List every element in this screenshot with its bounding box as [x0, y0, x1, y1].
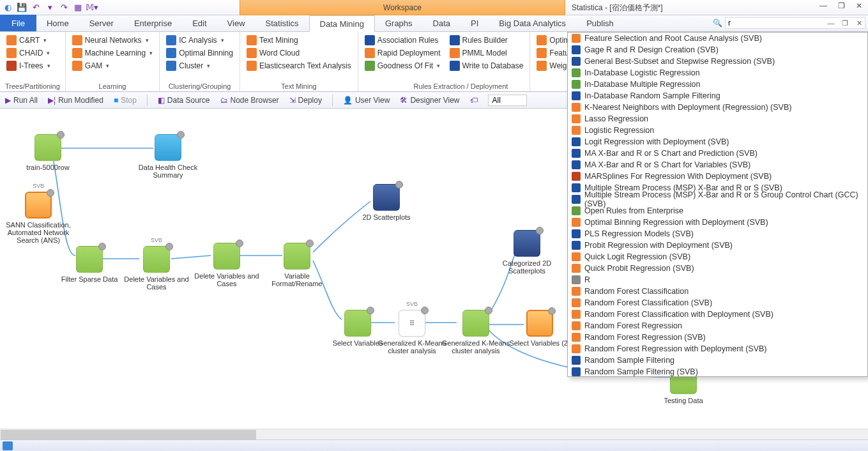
node-icon	[572, 45, 581, 54]
text-mining-button[interactable]: Text Mining	[245, 34, 353, 46]
node-kmeans-1[interactable]: SVB ⠿ Generalized K-Means cluster analys…	[377, 310, 447, 355]
goodness-of-fit-button[interactable]: Goodness Of Fit	[363, 60, 442, 72]
rapid-deployment-button[interactable]: Rapid Deployment	[363, 47, 442, 59]
dropdown-item[interactable]: General Best-Subset and Stepwise Regress…	[568, 56, 867, 67]
dropdown-item[interactable]: Feature Selection and Root Cause Analysi…	[568, 33, 867, 44]
dropdown-item[interactable]: Random Forest Regression (SVB)	[568, 332, 867, 343]
neural-networks-button[interactable]: Neural Networks	[71, 34, 154, 46]
undo-drop-icon[interactable]: ▾	[45, 3, 55, 13]
gam-button[interactable]: GAM	[71, 60, 154, 72]
run-modified-button[interactable]: ▶¦Run Modified	[48, 96, 103, 105]
search-results-dropdown[interactable]: Feature Selection and Root Cause Analysi…	[567, 32, 868, 377]
ic-analysis-button[interactable]: IC Analysis	[165, 34, 234, 46]
node-categorized-scatter[interactable]: Categorized 2D Scatterplots	[492, 230, 562, 275]
itrees-button[interactable]: I-Trees	[5, 60, 60, 72]
node-2d-scatter[interactable]: 2D Scatterplots	[351, 184, 422, 221]
tab-graphs[interactable]: Graphs	[375, 15, 423, 31]
tab-home[interactable]: Home	[36, 15, 79, 31]
tag-button[interactable]: 🏷	[470, 96, 478, 105]
data-source-button[interactable]: ◧Data Source	[158, 96, 210, 105]
dropdown-item[interactable]: Random Sample Filtering (SVB)	[568, 366, 867, 377]
stop-button[interactable]: ■Stop	[114, 96, 137, 105]
dropdown-item[interactable]: Random Sample Filtering	[568, 355, 867, 366]
doc-close-button[interactable]: ✕	[854, 19, 864, 27]
tab-edit[interactable]: Edit	[182, 15, 217, 31]
dropdown-item[interactable]: Gage R and R Design Creation (SVB)	[568, 44, 867, 56]
dropdown-item[interactable]: Random Forest Regression	[568, 320, 867, 332]
node-browser-button[interactable]: 🗂Node Browser	[220, 96, 279, 105]
tab-enterprise[interactable]: Enterprise	[124, 15, 182, 31]
tab-server[interactable]: Server	[79, 15, 124, 31]
node-kmeans-2[interactable]: Generalized K-Means cluster analysis	[441, 310, 511, 355]
restore-button[interactable]: ❐	[835, 1, 848, 10]
dropdown-item[interactable]: R	[568, 274, 867, 286]
dropdown-item[interactable]: PLS Regression Models (SVB)	[568, 228, 867, 240]
node-select-vars-2[interactable]: Select Variables (2)	[505, 310, 575, 347]
dropdown-item[interactable]: In-Database Random Sample Filtering	[568, 90, 867, 102]
tab-data-mining[interactable]: Data Mining	[309, 15, 375, 32]
cluster-button[interactable]: Cluster	[165, 60, 234, 72]
dropdown-item[interactable]: Multiple Stream Process (MSP) X-Bar and …	[568, 194, 867, 205]
node-delete-vars-2[interactable]: Delete Variables and Cases	[192, 243, 262, 287]
dropdown-item[interactable]: MA X-Bar and R or S Chart for Variables …	[568, 159, 867, 171]
doc-restore-button[interactable]: ❐	[840, 19, 850, 27]
app-icon[interactable]: ◐	[3, 3, 13, 13]
node-var-format[interactable]: Variable Format/Rename	[262, 243, 332, 287]
node-data-health-check[interactable]: Data Health Check Summary	[133, 134, 203, 179]
minimize-button[interactable]: —	[817, 1, 830, 10]
dropdown-item[interactable]: Random Forest Classification	[568, 286, 867, 297]
association-rules-button[interactable]: Association Rules	[363, 34, 442, 46]
dropdown-item[interactable]: K-Nearest Neighbors with Deployment (Reg…	[568, 102, 867, 113]
word-cloud-button[interactable]: Word Cloud	[245, 47, 353, 59]
dropdown-item[interactable]: MARSplines For Regression With Deploymen…	[568, 171, 867, 182]
user-view-button[interactable]: 👤User View	[343, 96, 390, 105]
dropdown-item[interactable]: Logit Regression with Deployment (SVB)	[568, 136, 867, 148]
statistica-icon[interactable]	[3, 441, 13, 450]
customize-icon[interactable]: ▦	[73, 3, 83, 13]
elasticsearch-button[interactable]: Elasticsearch Text Analysis	[245, 60, 353, 72]
tab-bigdata[interactable]: Big Data Analytics	[489, 15, 576, 31]
undo-icon[interactable]: ↶	[31, 3, 41, 13]
cart-button[interactable]: C&RT	[5, 34, 60, 46]
dropdown-item[interactable]: Random Forest Regression with Deployment…	[568, 343, 867, 355]
doc-minimize-button[interactable]: —	[826, 19, 836, 27]
dropdown-item[interactable]: MA X-Bar and R or S Chart and Prediction…	[568, 148, 867, 159]
pmml-model-button[interactable]: PMML Model	[448, 47, 525, 59]
filter-combo[interactable]: All	[488, 95, 527, 106]
dropdown-item[interactable]: Quick Logit Regression (SVB)	[568, 251, 867, 263]
dropdown-item[interactable]: Quick Probit Regression (SVB)	[568, 263, 867, 274]
run-all-button[interactable]: ▶Run All	[5, 96, 38, 105]
dropdown-item[interactable]: In-Database Logistic Regression	[568, 67, 867, 79]
macros-icon[interactable]: 𝕄▾	[87, 3, 97, 13]
tab-view[interactable]: View	[217, 15, 255, 31]
dropdown-item[interactable]: Random Forest Classification (SVB)	[568, 297, 867, 309]
deploy-button[interactable]: ⇲Deploy	[289, 96, 322, 105]
node-delete-vars-1[interactable]: SVB Delete Variables and Cases	[121, 246, 192, 291]
dropdown-item-label: MA X-Bar and R or S Chart and Prediction…	[584, 149, 758, 158]
dropdown-item[interactable]: In-Database Multiple Regression	[568, 79, 867, 90]
rules-builder-button[interactable]: Rules Builder	[448, 34, 525, 46]
dropdown-item[interactable]: Probit Regression with Deployment (SVB)	[568, 240, 867, 251]
optimal-binning-button[interactable]: Optimal Binning	[165, 47, 234, 59]
dropdown-item[interactable]: Lasso Regression	[568, 113, 867, 125]
dropdown-item[interactable]: Optimal Binning Regression with Deployme…	[568, 217, 867, 228]
machine-learning-button[interactable]: Machine Learning	[71, 47, 154, 59]
dropdown-item[interactable]: Logistic Regression	[568, 125, 867, 136]
tab-data[interactable]: Data	[423, 15, 461, 31]
node-train-data[interactable]: train-5000row	[13, 134, 83, 171]
redo-icon[interactable]: ↷	[59, 3, 69, 13]
tab-publish[interactable]: Publish	[576, 15, 624, 31]
designer-view-button[interactable]: 🛠Designer View	[400, 96, 459, 105]
file-tab[interactable]: File	[0, 15, 36, 31]
spreadsheet-icon	[526, 310, 553, 337]
horizontal-scrollbar[interactable]	[0, 429, 868, 440]
tab-pi[interactable]: PI	[461, 15, 489, 31]
node-sann[interactable]: SVB SANN Classification, Automated Netwo…	[3, 192, 73, 244]
tab-statistics[interactable]: Statistics	[255, 15, 309, 31]
write-to-database-button[interactable]: Write to Database	[448, 60, 525, 72]
close-button[interactable]: ✕	[853, 1, 865, 10]
save-icon[interactable]: 💾	[17, 3, 27, 13]
chaid-button[interactable]: CHAID	[5, 47, 60, 59]
node-filter-sparse[interactable]: Filter Sparse Data	[54, 246, 125, 283]
dropdown-item[interactable]: Random Forest Classification with Deploy…	[568, 309, 867, 320]
